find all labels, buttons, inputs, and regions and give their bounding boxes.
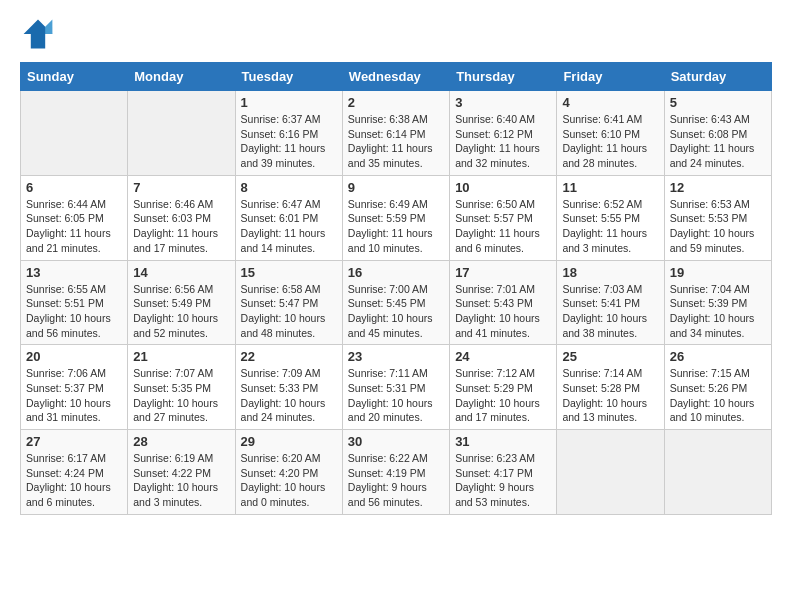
- day-header-sunday: Sunday: [21, 63, 128, 91]
- day-info: Sunrise: 7:15 AM Sunset: 5:26 PM Dayligh…: [670, 366, 766, 425]
- day-number: 16: [348, 265, 444, 280]
- calendar-cell: 30Sunrise: 6:22 AM Sunset: 4:19 PM Dayli…: [342, 430, 449, 515]
- calendar-cell: 11Sunrise: 6:52 AM Sunset: 5:55 PM Dayli…: [557, 175, 664, 260]
- day-info: Sunrise: 6:37 AM Sunset: 6:16 PM Dayligh…: [241, 112, 337, 171]
- calendar-cell: 9Sunrise: 6:49 AM Sunset: 5:59 PM Daylig…: [342, 175, 449, 260]
- logo: [20, 16, 60, 52]
- day-number: 10: [455, 180, 551, 195]
- day-number: 17: [455, 265, 551, 280]
- calendar-cell: [21, 91, 128, 176]
- day-info: Sunrise: 6:40 AM Sunset: 6:12 PM Dayligh…: [455, 112, 551, 171]
- day-header-saturday: Saturday: [664, 63, 771, 91]
- calendar-cell: 20Sunrise: 7:06 AM Sunset: 5:37 PM Dayli…: [21, 345, 128, 430]
- day-number: 27: [26, 434, 122, 449]
- calendar-cell: 12Sunrise: 6:53 AM Sunset: 5:53 PM Dayli…: [664, 175, 771, 260]
- day-info: Sunrise: 7:03 AM Sunset: 5:41 PM Dayligh…: [562, 282, 658, 341]
- day-info: Sunrise: 6:38 AM Sunset: 6:14 PM Dayligh…: [348, 112, 444, 171]
- day-info: Sunrise: 6:17 AM Sunset: 4:24 PM Dayligh…: [26, 451, 122, 510]
- day-info: Sunrise: 6:41 AM Sunset: 6:10 PM Dayligh…: [562, 112, 658, 171]
- calendar-cell: 16Sunrise: 7:00 AM Sunset: 5:45 PM Dayli…: [342, 260, 449, 345]
- day-info: Sunrise: 7:11 AM Sunset: 5:31 PM Dayligh…: [348, 366, 444, 425]
- day-info: Sunrise: 7:07 AM Sunset: 5:35 PM Dayligh…: [133, 366, 229, 425]
- day-number: 28: [133, 434, 229, 449]
- calendar-week-1: 6Sunrise: 6:44 AM Sunset: 6:05 PM Daylig…: [21, 175, 772, 260]
- day-info: Sunrise: 6:19 AM Sunset: 4:22 PM Dayligh…: [133, 451, 229, 510]
- day-info: Sunrise: 6:44 AM Sunset: 6:05 PM Dayligh…: [26, 197, 122, 256]
- day-info: Sunrise: 7:09 AM Sunset: 5:33 PM Dayligh…: [241, 366, 337, 425]
- day-number: 19: [670, 265, 766, 280]
- calendar-cell: 15Sunrise: 6:58 AM Sunset: 5:47 PM Dayli…: [235, 260, 342, 345]
- day-number: 15: [241, 265, 337, 280]
- day-info: Sunrise: 7:12 AM Sunset: 5:29 PM Dayligh…: [455, 366, 551, 425]
- day-header-wednesday: Wednesday: [342, 63, 449, 91]
- day-number: 9: [348, 180, 444, 195]
- svg-marker-1: [45, 20, 52, 34]
- calendar-cell: 5Sunrise: 6:43 AM Sunset: 6:08 PM Daylig…: [664, 91, 771, 176]
- header: [20, 16, 772, 52]
- day-info: Sunrise: 7:01 AM Sunset: 5:43 PM Dayligh…: [455, 282, 551, 341]
- day-number: 30: [348, 434, 444, 449]
- calendar-cell: 4Sunrise: 6:41 AM Sunset: 6:10 PM Daylig…: [557, 91, 664, 176]
- calendar-cell: 13Sunrise: 6:55 AM Sunset: 5:51 PM Dayli…: [21, 260, 128, 345]
- day-header-friday: Friday: [557, 63, 664, 91]
- day-number: 4: [562, 95, 658, 110]
- day-info: Sunrise: 6:55 AM Sunset: 5:51 PM Dayligh…: [26, 282, 122, 341]
- day-info: Sunrise: 6:58 AM Sunset: 5:47 PM Dayligh…: [241, 282, 337, 341]
- day-number: 21: [133, 349, 229, 364]
- calendar-cell: 2Sunrise: 6:38 AM Sunset: 6:14 PM Daylig…: [342, 91, 449, 176]
- day-number: 29: [241, 434, 337, 449]
- calendar-table: SundayMondayTuesdayWednesdayThursdayFrid…: [20, 62, 772, 515]
- calendar-cell: 26Sunrise: 7:15 AM Sunset: 5:26 PM Dayli…: [664, 345, 771, 430]
- calendar-cell: 10Sunrise: 6:50 AM Sunset: 5:57 PM Dayli…: [450, 175, 557, 260]
- day-number: 24: [455, 349, 551, 364]
- calendar-cell: [557, 430, 664, 515]
- day-number: 25: [562, 349, 658, 364]
- day-info: Sunrise: 7:06 AM Sunset: 5:37 PM Dayligh…: [26, 366, 122, 425]
- day-info: Sunrise: 6:20 AM Sunset: 4:20 PM Dayligh…: [241, 451, 337, 510]
- day-number: 22: [241, 349, 337, 364]
- calendar-cell: 3Sunrise: 6:40 AM Sunset: 6:12 PM Daylig…: [450, 91, 557, 176]
- calendar-cell: 8Sunrise: 6:47 AM Sunset: 6:01 PM Daylig…: [235, 175, 342, 260]
- day-header-thursday: Thursday: [450, 63, 557, 91]
- calendar-cell: 24Sunrise: 7:12 AM Sunset: 5:29 PM Dayli…: [450, 345, 557, 430]
- day-number: 13: [26, 265, 122, 280]
- day-number: 5: [670, 95, 766, 110]
- day-header-monday: Monday: [128, 63, 235, 91]
- day-info: Sunrise: 6:47 AM Sunset: 6:01 PM Dayligh…: [241, 197, 337, 256]
- day-info: Sunrise: 6:52 AM Sunset: 5:55 PM Dayligh…: [562, 197, 658, 256]
- calendar-cell: 29Sunrise: 6:20 AM Sunset: 4:20 PM Dayli…: [235, 430, 342, 515]
- calendar-cell: 22Sunrise: 7:09 AM Sunset: 5:33 PM Dayli…: [235, 345, 342, 430]
- day-number: 3: [455, 95, 551, 110]
- calendar-week-2: 13Sunrise: 6:55 AM Sunset: 5:51 PM Dayli…: [21, 260, 772, 345]
- day-number: 14: [133, 265, 229, 280]
- day-number: 18: [562, 265, 658, 280]
- day-number: 7: [133, 180, 229, 195]
- day-number: 2: [348, 95, 444, 110]
- calendar-cell: 27Sunrise: 6:17 AM Sunset: 4:24 PM Dayli…: [21, 430, 128, 515]
- day-info: Sunrise: 6:46 AM Sunset: 6:03 PM Dayligh…: [133, 197, 229, 256]
- day-number: 1: [241, 95, 337, 110]
- day-info: Sunrise: 6:22 AM Sunset: 4:19 PM Dayligh…: [348, 451, 444, 510]
- calendar-week-3: 20Sunrise: 7:06 AM Sunset: 5:37 PM Dayli…: [21, 345, 772, 430]
- day-header-tuesday: Tuesday: [235, 63, 342, 91]
- calendar-cell: 31Sunrise: 6:23 AM Sunset: 4:17 PM Dayli…: [450, 430, 557, 515]
- calendar-week-4: 27Sunrise: 6:17 AM Sunset: 4:24 PM Dayli…: [21, 430, 772, 515]
- calendar-cell: 19Sunrise: 7:04 AM Sunset: 5:39 PM Dayli…: [664, 260, 771, 345]
- calendar-cell: 6Sunrise: 6:44 AM Sunset: 6:05 PM Daylig…: [21, 175, 128, 260]
- calendar-cell: 23Sunrise: 7:11 AM Sunset: 5:31 PM Dayli…: [342, 345, 449, 430]
- day-number: 23: [348, 349, 444, 364]
- day-number: 20: [26, 349, 122, 364]
- day-info: Sunrise: 6:23 AM Sunset: 4:17 PM Dayligh…: [455, 451, 551, 510]
- day-number: 26: [670, 349, 766, 364]
- day-number: 31: [455, 434, 551, 449]
- calendar-cell: 28Sunrise: 6:19 AM Sunset: 4:22 PM Dayli…: [128, 430, 235, 515]
- day-info: Sunrise: 6:53 AM Sunset: 5:53 PM Dayligh…: [670, 197, 766, 256]
- calendar-cell: 25Sunrise: 7:14 AM Sunset: 5:28 PM Dayli…: [557, 345, 664, 430]
- calendar-cell: 17Sunrise: 7:01 AM Sunset: 5:43 PM Dayli…: [450, 260, 557, 345]
- calendar-cell: [128, 91, 235, 176]
- day-number: 12: [670, 180, 766, 195]
- day-info: Sunrise: 6:49 AM Sunset: 5:59 PM Dayligh…: [348, 197, 444, 256]
- calendar-cell: 1Sunrise: 6:37 AM Sunset: 6:16 PM Daylig…: [235, 91, 342, 176]
- day-info: Sunrise: 6:43 AM Sunset: 6:08 PM Dayligh…: [670, 112, 766, 171]
- day-number: 11: [562, 180, 658, 195]
